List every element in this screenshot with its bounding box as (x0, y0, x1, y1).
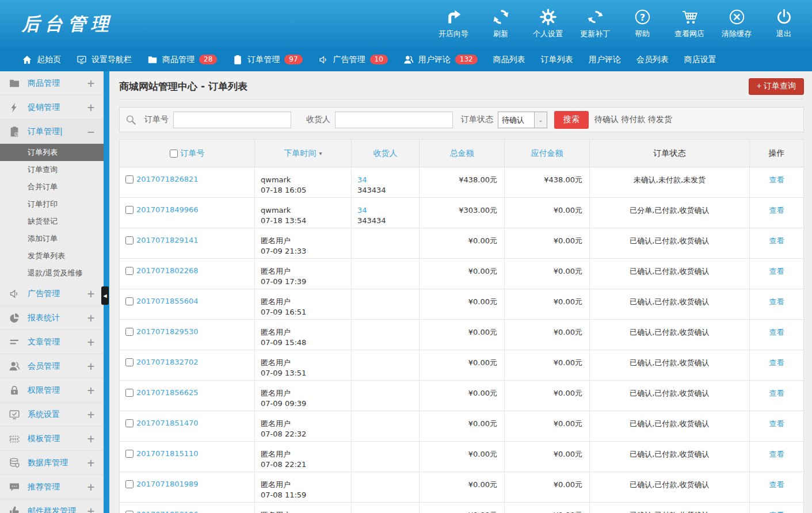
order-number-link[interactable]: 2017071851470 (136, 419, 199, 427)
navbar-item-7[interactable]: 订单列表 (541, 55, 573, 65)
view-link[interactable]: 查看 (769, 480, 784, 490)
row-checkbox[interactable] (125, 419, 134, 427)
expand-toggle-icon[interactable]: + (87, 361, 95, 372)
navbar-item-5[interactable]: 用户评论 132 (403, 55, 478, 65)
row-checkbox[interactable] (125, 236, 134, 244)
expand-toggle-icon[interactable]: + (87, 336, 95, 348)
row-checkbox[interactable] (125, 297, 134, 305)
order-status-select[interactable]: 待确认 (498, 112, 547, 128)
consignee-input[interactable] (335, 112, 453, 128)
consignee-link[interactable]: 34 (357, 205, 367, 215)
order-number-link[interactable]: 2017071849966 (136, 205, 199, 214)
expand-toggle-icon[interactable]: + (87, 457, 95, 469)
order-number-link[interactable]: 2017071855604 (136, 297, 199, 305)
row-checkbox[interactable] (125, 175, 134, 183)
order-number-link[interactable]: 2017071832702 (136, 358, 199, 366)
order-number-link[interactable]: 2017071801989 (136, 480, 199, 488)
topbar-action-question[interactable]: 帮助 (622, 9, 662, 39)
topbar-action-sync[interactable]: 更新补丁 (575, 9, 615, 39)
consignee-link[interactable]: 34 (357, 175, 367, 185)
navbar-item-4[interactable]: 广告管理 10 (318, 55, 388, 65)
view-link[interactable]: 查看 (769, 205, 784, 216)
row-checkbox[interactable] (125, 389, 134, 397)
view-link[interactable]: 查看 (769, 327, 784, 338)
row-checkbox[interactable] (125, 358, 134, 366)
expand-toggle-icon[interactable]: + (87, 312, 95, 324)
row-checkbox[interactable] (125, 511, 134, 513)
view-link[interactable]: 查看 (769, 236, 784, 246)
sidebar-group-5[interactable]: 文章管理 + (0, 330, 104, 354)
row-checkbox[interactable] (125, 206, 134, 214)
order-number-link[interactable]: 2017071826821 (136, 175, 199, 183)
column-header-0[interactable]: 订单号 (120, 140, 255, 167)
navbar-item-8[interactable]: 用户评论 (589, 55, 621, 65)
order-number-link[interactable]: 2017071853196 (136, 510, 199, 513)
topbar-action-power[interactable]: 退出 (764, 9, 804, 39)
column-header-3[interactable]: 总金额 (420, 140, 505, 167)
order-number-link[interactable]: 2017071802268 (136, 266, 199, 275)
expand-toggle-icon[interactable]: + (87, 481, 95, 493)
column-header-1[interactable]: 下单时间 ▾ (255, 140, 352, 167)
order-no-input[interactable] (173, 112, 291, 128)
sidebar-group-1[interactable]: 促销管理 + (0, 95, 104, 120)
select-all-checkbox[interactable] (170, 150, 178, 158)
sidebar-subitem-1[interactable]: 订单查询 (0, 161, 104, 178)
order-number-link[interactable]: 2017071815110 (136, 449, 199, 458)
view-link[interactable]: 查看 (769, 175, 784, 185)
row-checkbox[interactable] (125, 480, 134, 488)
topbar-action-arrow-turn[interactable]: 开店向导 (433, 9, 474, 39)
sidebar-group-11[interactable]: 推荐管理 + (0, 475, 104, 499)
expand-toggle-icon[interactable]: + (87, 385, 95, 396)
view-link[interactable]: 查看 (769, 510, 784, 513)
navbar-item-6[interactable]: 商品列表 (493, 55, 525, 65)
expand-toggle-icon[interactable]: + (87, 102, 95, 113)
order-number-link[interactable]: 2017071856625 (136, 388, 199, 397)
topbar-action-cart[interactable]: 查看网店 (669, 9, 710, 39)
expand-toggle-icon[interactable]: + (87, 433, 95, 445)
order-number-link[interactable]: 2017071829141 (136, 236, 199, 244)
sidebar-group-2[interactable]: 订单管理| − (0, 120, 104, 144)
row-checkbox[interactable] (125, 267, 134, 275)
sidebar-group-7[interactable]: 权限管理 + (0, 378, 104, 403)
topbar-action-gear[interactable]: 个人设置 (528, 9, 568, 39)
row-checkbox[interactable] (125, 328, 134, 336)
column-header-2[interactable]: 收货人 (352, 140, 420, 167)
row-checkbox[interactable] (125, 450, 134, 458)
sidebar-group-9[interactable]: 模板管理 + (0, 427, 104, 451)
view-link[interactable]: 查看 (769, 419, 784, 429)
sidebar-subitem-5[interactable]: 添加订单 (0, 230, 104, 247)
expand-toggle-icon[interactable]: + (87, 78, 95, 89)
expand-toggle-icon[interactable]: + (87, 288, 95, 300)
view-link[interactable]: 查看 (769, 266, 784, 277)
sidebar-group-8[interactable]: 系统设置 + (0, 403, 104, 427)
search-button[interactable]: 搜索 (554, 111, 589, 129)
sidebar-group-6[interactable]: 会员管理 + (0, 354, 104, 378)
sidebar-subitem-6[interactable]: 发货单列表 (0, 247, 104, 265)
view-link[interactable]: 查看 (769, 388, 784, 399)
topbar-action-refresh[interactable]: 刷新 (481, 9, 521, 39)
topbar-action-x-circle[interactable]: 清除缓存 (716, 9, 757, 39)
expand-toggle-icon[interactable]: + (87, 506, 95, 513)
sidebar-subitem-2[interactable]: 合并订单 (0, 178, 104, 196)
sidebar-group-4[interactable]: 报表统计 + (0, 306, 104, 330)
navbar-item-0[interactable]: 起始页 (22, 55, 61, 65)
column-header-4[interactable]: 应付金额 (505, 140, 590, 167)
sidebar-group-0[interactable]: 商品管理 + (0, 71, 104, 95)
sidebar-subitem-7[interactable]: 退款/退货及维修 (0, 265, 104, 282)
sidebar-collapse-handle[interactable]: ◀ (101, 286, 109, 305)
view-link[interactable]: 查看 (769, 297, 784, 307)
order-number-link[interactable]: 2017071829530 (136, 327, 199, 336)
expand-toggle-icon[interactable]: − (87, 126, 95, 137)
sidebar-group-10[interactable]: 数据库管理 + (0, 451, 104, 475)
navbar-item-2[interactable]: 商品管理 28 (147, 55, 217, 65)
sidebar-group-12[interactable]: 邮件群发管理 + (0, 499, 104, 513)
view-link[interactable]: 查看 (769, 449, 784, 460)
navbar-item-9[interactable]: 会员列表 (636, 55, 669, 65)
sidebar-subitem-4[interactable]: 缺货登记 (0, 213, 104, 230)
navbar-item-1[interactable]: 设置导航栏 (77, 55, 132, 65)
expand-toggle-icon[interactable]: + (87, 409, 95, 420)
navbar-item-10[interactable]: 商店设置 (684, 55, 716, 65)
sidebar-subitem-0[interactable]: 订单列表 (0, 144, 104, 161)
view-link[interactable]: 查看 (769, 358, 784, 368)
order-query-button[interactable]: + 订单查询 (749, 78, 804, 95)
